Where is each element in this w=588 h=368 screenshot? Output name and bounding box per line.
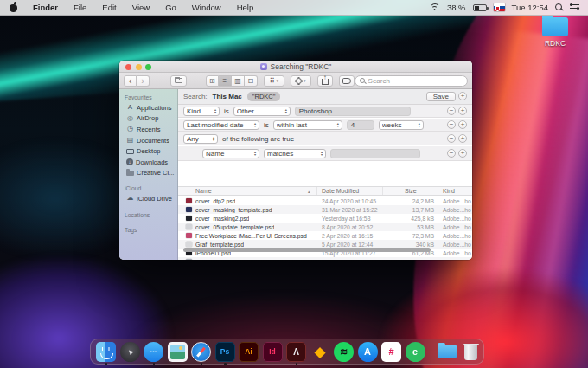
add-criterion-button[interactable]: + <box>458 107 467 115</box>
dock-downloads-folder[interactable] <box>438 342 457 362</box>
dock-safari[interactable] <box>191 342 211 362</box>
add-criterion-button[interactable]: + <box>458 134 467 143</box>
operator-select[interactable]: within last▴▾ <box>273 120 342 130</box>
input-language-flag-icon[interactable] <box>494 3 505 11</box>
column-size[interactable]: Size <box>405 188 417 194</box>
kind-value-field[interactable]: Photoshop <box>295 107 411 116</box>
dock-photoshop[interactable]: Ps <box>215 342 235 362</box>
file-row[interactable]: cover_masking2.psdYesterday at 16:53425,… <box>178 214 472 223</box>
name-select[interactable]: Name▴▾ <box>202 149 259 158</box>
sidebar-item-downloads[interactable]: ↓Downloads <box>119 157 177 168</box>
scope-this-mac[interactable]: This Mac <box>213 93 242 100</box>
menu-file[interactable]: File <box>66 3 94 12</box>
kind-select[interactable]: Kind▴▾ <box>183 107 220 116</box>
remove-criterion-button[interactable]: − <box>447 107 456 115</box>
dock-messages[interactable]: ••• <box>144 342 163 362</box>
save-search-button[interactable]: Save <box>426 92 456 101</box>
select-value: Last modified date <box>187 121 252 129</box>
dock-appstore[interactable]: A <box>358 342 378 362</box>
column-name[interactable]: Name <box>195 188 212 194</box>
column-kind[interactable]: Kind <box>443 188 455 194</box>
icon-view-button[interactable]: ⊞ <box>206 75 219 87</box>
sidebar-section-locations[interactable]: Locations <box>119 210 177 220</box>
column-date-modified[interactable]: Date Modified <box>322 188 359 194</box>
add-criterion-button[interactable]: + <box>458 120 467 129</box>
minimize-button[interactable] <box>136 64 142 70</box>
file-row[interactable]: Free Workplace iMac...Per UI Screens.psd… <box>178 231 472 240</box>
sidebar-section-tags[interactable]: Tags <box>119 224 177 235</box>
sidebar-item-desktop[interactable]: Desktop <box>119 145 177 157</box>
add-criterion-button[interactable]: + <box>458 149 467 158</box>
sidebar-item-documents[interactable]: ▤Documents <box>119 135 177 146</box>
close-button[interactable] <box>125 64 131 70</box>
gallery-view-button[interactable]: ⊟ <box>245 75 258 87</box>
file-row[interactable]: macbook2.psd21 Apr 2020 at 17:0818,2 MBA… <box>178 257 472 260</box>
sort-asc-icon: ▴ <box>308 189 310 194</box>
list-view-icon: ≡ <box>223 77 227 85</box>
file-date: 24 Apr 2020 at 10:45 <box>322 198 376 204</box>
dock-spotify[interactable]: ≋ <box>334 342 354 362</box>
remove-criterion-button[interactable]: − <box>447 149 456 158</box>
menu-edit[interactable]: Edit <box>94 3 124 12</box>
dock-evernote[interactable]: e <box>406 342 425 362</box>
menu-finder[interactable]: Finder <box>25 3 66 12</box>
sidebar-item-icloud-drive[interactable]: ☁iCloud Drive <box>119 193 177 204</box>
sidebar-item-recents[interactable]: ◷Recents <box>119 124 177 135</box>
spotlight-icon[interactable] <box>555 3 563 11</box>
toolbar-search-input[interactable]: Search <box>355 75 468 87</box>
sidebar-item-applications[interactable]: AApplications <box>119 102 177 113</box>
kind-other-select[interactable]: Other▴▾ <box>233 107 291 116</box>
dock-trash[interactable] <box>461 342 481 362</box>
matches-select[interactable]: matches▴▾ <box>264 149 326 158</box>
duration-value-field[interactable]: 4 <box>347 120 374 130</box>
list-view-button[interactable]: ≡ <box>219 75 232 87</box>
dock-photos[interactable] <box>168 342 188 362</box>
remove-criterion-button[interactable]: − <box>447 120 456 129</box>
share-button[interactable] <box>317 75 333 87</box>
window-titlebar[interactable]: Searching "RDKC" <box>119 61 472 73</box>
dock-acrobat[interactable]: Λ <box>286 342 306 362</box>
sidebar-item-creative-cloud[interactable]: Creative Cl... <box>119 168 177 179</box>
name-value-field[interactable] <box>330 149 420 158</box>
battery-icon[interactable] <box>473 4 487 11</box>
zoom-button[interactable] <box>145 64 151 70</box>
tag-icon <box>342 78 351 84</box>
any-select[interactable]: Any▴▾ <box>183 134 218 144</box>
dock-illustrator[interactable]: Ai <box>239 342 259 362</box>
file-row[interactable]: cover_dtp2.psd24 Apr 2020 at 10:4524,2 M… <box>178 197 472 205</box>
attribute-select[interactable]: Last modified date▴▾ <box>183 120 259 130</box>
new-folder-button[interactable] <box>170 75 187 87</box>
tags-button[interactable] <box>339 75 355 87</box>
dropdown-arrows-icon: ▴▾ <box>254 151 256 157</box>
search-token-rdkc[interactable]: "RDKC" <box>247 92 281 101</box>
menu-help[interactable]: Help <box>229 3 262 12</box>
group-button[interactable]: ⠿▾ <box>264 75 284 87</box>
menu-view[interactable]: View <box>125 3 157 12</box>
desktop-folder-rdkc[interactable]: RDKC <box>536 17 574 48</box>
file-row[interactable]: cover_05update_template.psd8 Apr 2020 at… <box>178 223 472 231</box>
add-criteria-button[interactable]: + <box>458 92 467 100</box>
file-name: Free Workplace iMac...Per UI Screens.psd <box>195 233 307 239</box>
dock-launchpad[interactable]: ▲ <box>120 342 140 362</box>
menu-bar-clock[interactable]: Tue 12:54 <box>512 3 548 12</box>
apple-logo-icon[interactable] <box>10 3 18 12</box>
notification-center-icon[interactable] <box>570 3 579 11</box>
forward-button[interactable]: › <box>137 75 150 87</box>
photoshop-icon: Ps <box>215 342 235 362</box>
remove-criterion-button[interactable]: − <box>447 134 456 143</box>
wifi-icon[interactable] <box>430 3 440 11</box>
desktop-icon <box>126 149 134 154</box>
dock-indesign[interactable]: Id <box>263 342 283 362</box>
menu-window[interactable]: Window <box>184 3 229 12</box>
action-button[interactable]: ▾ <box>291 75 311 87</box>
unit-select[interactable]: weeks▴▾ <box>379 120 424 130</box>
dock-sketch[interactable]: ◆ <box>310 342 330 362</box>
back-button[interactable]: ‹ <box>124 75 137 87</box>
menu-go[interactable]: Go <box>157 3 184 12</box>
dock-slack[interactable]: # <box>381 342 401 362</box>
column-view-button[interactable]: ▥ <box>232 75 245 87</box>
sidebar-item-airdrop[interactable]: ◎AirDrop <box>119 113 177 125</box>
file-row[interactable]: cover_masking_template.psd31 Mar 2020 at… <box>178 205 472 214</box>
horizontal-scrollbar[interactable] <box>183 248 431 252</box>
dock-finder[interactable] <box>96 342 116 362</box>
